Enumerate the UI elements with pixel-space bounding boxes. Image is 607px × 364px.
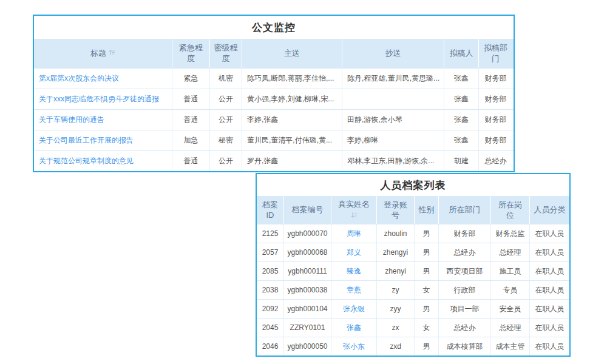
cell: 普通 [172,110,210,130]
cell-link[interactable]: 郑义 [331,243,377,261]
cell: 张鑫 [444,110,479,130]
column-header-label: 所在岗位 [495,200,526,221]
cell: 在职人员 [530,243,569,261]
cell: 公开 [210,110,242,130]
cell: 2125 [257,224,284,243]
cell: 2092 [257,300,284,318]
cell: 李婷,柳琳 [342,130,444,150]
column-header-0: 档案ID [257,196,284,224]
cell: 公开 [210,151,242,171]
column-header-0[interactable]: 标题 [34,39,172,68]
cell: ygbh000068 [284,243,331,261]
cell: 2046 [257,337,284,356]
cell: 总经办 [439,243,491,261]
personnel-archive-body: 2125ygbh000070周琳zhoulin男财务部财务总监在职人员2057y… [257,224,569,356]
column-header-label: 所在部门 [449,204,481,215]
cell: 总经理 [491,318,530,337]
cell: 男 [415,224,439,243]
column-header-2[interactable]: 真实姓名 [331,196,377,224]
cell: 机密 [210,69,242,89]
cell-link[interactable]: 张鑫 [331,318,377,337]
cell: 成本核算部 [439,337,491,356]
cell-link[interactable]: 关于公司最近工作开展的报告 [34,130,172,150]
cell-link[interactable]: 周琳 [331,224,377,243]
cell: 总经理 [491,243,530,261]
column-header-label: 登录账号 [381,200,410,221]
cell-link[interactable]: 第x届第x次股东会的决议 [34,69,172,89]
cell-link[interactable]: 关于xxx同志临危不惧勇斗歹徒的通报 [34,89,172,109]
cell: 财务部 [479,130,512,150]
cell: 2057 [257,243,284,261]
cell: 项目一部 [439,300,491,318]
table-row: 2092ygbh000104张永银zyy男项目一部安全员在职人员 [257,299,569,318]
cell: zyy [377,300,415,318]
cell: 总经办 [439,318,491,337]
column-header-label: 性别 [419,204,435,215]
cell: 在职人员 [530,224,569,243]
cell: 普通 [172,151,210,171]
personnel-archive-title: 人员档案列表 [257,174,569,196]
cell: 邓林,李卫东,田静,游恢,余... [342,151,444,171]
cell: 西安项目部 [439,262,491,280]
cell: 总经办 [479,151,512,171]
cell: 张鑫 [444,89,479,109]
cell: 张鑫 [444,69,479,89]
cell-link[interactable]: 关于规范公司规章制度的意见 [34,151,172,171]
column-header-6: 所在岗位 [491,196,530,224]
cell: 陈巧凤,断郎,蒋丽,李佳怡,... [242,69,342,89]
column-header-5: 拟稿人 [444,39,479,68]
cell: 紧急 [172,69,210,89]
cell: 男 [415,243,439,261]
cell: 在职人员 [530,318,569,337]
cell: 普通 [172,89,210,109]
cell: ygbh000070 [284,224,331,243]
column-header-6: 拟稿部门 [479,39,512,68]
cell: zx [377,318,415,337]
cell: 财务部 [479,89,512,109]
cell: zhenyi [377,262,415,280]
cell: 在职人员 [530,262,569,280]
cell: 女 [415,281,439,299]
cell: 行政部 [439,281,491,299]
cell: 李婷,张鑫 [242,110,342,130]
cell: 张鑫 [444,130,479,150]
document-monitor-title: 公文监控 [34,16,514,39]
table-row: 关于车辆使用的通告普通公开李婷,张鑫田静,游恢,余小琴张鑫财务部 [34,109,514,130]
cell: 在职人员 [530,337,569,356]
cell-link[interactable]: 关于车辆使用的通告 [34,110,172,130]
cell: 陈丹,程亚雄,董川民,黄思璐... [342,69,444,89]
cell: zxd [377,337,415,356]
cell: 在职人员 [530,281,569,299]
column-header-label: 真实姓名 [338,199,370,210]
column-header-label: 紧急程度 [176,42,206,64]
cell-link[interactable]: 章燕 [331,281,377,299]
cell: 成本主管 [491,337,530,356]
cell: 加急 [172,130,210,150]
table-row: 关于公司最近工作开展的报告加急秘密董川民,董清平,付伟璐,黄...李婷,柳琳张鑫… [34,130,514,150]
cell [342,89,444,109]
cell: zhengyi [377,243,415,261]
column-header-label: 密级程度 [214,42,238,64]
table-row: 2038ygbh000038章燕zy女行政部专员在职人员 [257,280,569,299]
document-monitor-header-row: 标题紧急程度密级程度主送抄送拟稿人拟稿部门 [34,39,514,68]
cell: 安全员 [491,300,530,318]
cell: 男 [415,300,439,318]
column-header-5: 所在部门 [439,196,491,224]
cell: ygbh000038 [284,281,331,299]
column-header-3: 登录账号 [377,196,415,224]
column-header-2: 密级程度 [210,39,242,68]
cell: 财务部 [479,110,512,130]
cell: 财务总监 [491,224,530,243]
cell: zy [377,281,415,299]
cell-link[interactable]: 张小东 [331,337,377,356]
cell-link[interactable]: 张永银 [331,300,377,318]
cell: zhoulin [377,224,415,243]
column-header-4: 抄送 [342,39,444,68]
personnel-archive-header-row: 档案ID档案编号真实姓名登录账号性别所在部门所在岗位人员分类 [257,196,569,224]
table-row: 2085ygbh000111臻逸zhenyi男西安项目部施工员在职人员 [257,261,569,280]
cell-link[interactable]: 臻逸 [331,262,377,280]
cell: 在职人员 [530,300,569,318]
personnel-archive-table: 人员档案列表 档案ID档案编号真实姓名登录账号性别所在部门所在岗位人员分类 21… [256,173,571,357]
column-header-label: 拟稿人 [450,48,473,59]
cell: 财务部 [479,69,512,89]
